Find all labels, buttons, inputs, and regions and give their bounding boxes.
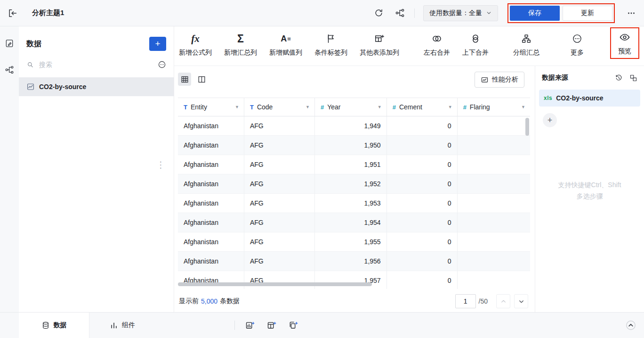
preview-button[interactable]: 预览 [615, 31, 634, 56]
column-dropdown-icon[interactable]: ▼ [521, 105, 525, 109]
data-volume-dropdown[interactable]: 使用数据量：全量 [423, 5, 498, 21]
number-type-icon: # [463, 104, 467, 111]
annotation-box-save-update: 保存 更新 [507, 3, 615, 23]
table-cell: 0 [387, 232, 458, 251]
toolbar-label: 上下合并 [462, 49, 489, 57]
column-header-code[interactable]: T Code ▼ [244, 98, 315, 116]
update-button[interactable]: 更新 [563, 6, 612, 21]
lineage-flow-icon[interactable] [395, 8, 405, 18]
add-table-component-icon[interactable] [267, 321, 276, 330]
blood-relation-icon[interactable] [5, 65, 14, 74]
number-type-icon: # [393, 104, 396, 111]
toolbar-add-summary-column[interactable]: Σ 新增汇总列 [224, 32, 257, 57]
sigma-icon: Σ [237, 32, 244, 45]
table-panel: 性能分析 T Entity ▼ T Code ▼ [174, 66, 535, 312]
refresh-steps-icon[interactable] [615, 74, 623, 82]
edit-theme-icon[interactable] [5, 39, 14, 48]
column-dropdown-icon[interactable]: ▼ [378, 105, 382, 109]
add-step-button[interactable]: + [543, 113, 557, 127]
bottombar-divider [234, 321, 235, 330]
table-row: AfghanistanAFG1,9500 [178, 136, 530, 155]
column-name: Year [327, 103, 340, 111]
exit-icon[interactable] [8, 8, 18, 18]
refresh-icon[interactable] [374, 8, 384, 18]
collapse-panel-button[interactable] [625, 320, 636, 331]
horizontal-scrollbar[interactable] [178, 282, 372, 286]
fx-icon: fx [191, 32, 200, 45]
data-source-title: 数据来源 [542, 74, 568, 82]
table-cell: 0 [387, 174, 458, 193]
search-options-icon[interactable] [158, 60, 166, 69]
table-cell: 1,949 [315, 116, 387, 135]
column-name: Code [257, 103, 273, 111]
hint-line-1: 支持快捷键Ctrl、Shift [535, 179, 644, 190]
add-copy-component-icon[interactable] [289, 321, 298, 330]
save-button[interactable]: 保存 [510, 6, 560, 21]
toolbar-condition-tag-column[interactable]: 条件标签列 [314, 32, 347, 57]
toolbar-merge-top-bottom[interactable]: 上下合并 [462, 32, 489, 57]
table-cell [458, 232, 530, 251]
page-up-button[interactable] [496, 294, 510, 308]
toolbar-label: 更多 [571, 49, 584, 57]
view-switcher [178, 73, 208, 86]
table-cell: AFG [244, 194, 315, 213]
performance-icon [481, 76, 489, 84]
toolbar-merge-left-right[interactable]: 左右合并 [424, 32, 450, 57]
column-name: Entity [191, 103, 207, 111]
column-dropdown-icon[interactable]: ▼ [448, 105, 452, 109]
page-number-input[interactable] [455, 294, 476, 308]
column-dropdown-icon[interactable]: ▼ [306, 105, 310, 109]
tab-component[interactable]: 组件 [89, 313, 155, 338]
grid-view-button[interactable] [178, 73, 191, 86]
topbar-divider [414, 8, 415, 18]
table-cell: 0 [387, 136, 458, 155]
table-body: AfghanistanAFG1,9490AfghanistanAFG1,9500… [178, 116, 530, 289]
column-name: Flaring [470, 103, 490, 111]
search-icon [26, 61, 34, 68]
toolbar-group-summary[interactable]: 分组汇总 [513, 32, 539, 57]
page-down-button[interactable] [514, 294, 528, 308]
column-header-entity[interactable]: T Entity ▼ [178, 98, 244, 116]
column-header-cement[interactable]: # Cement ▼ [387, 98, 458, 116]
toolbar-add-assign-column[interactable]: A≡ 新增赋值列 [269, 32, 302, 57]
toolbar-add-formula-column[interactable]: fx 新增公式列 [179, 32, 212, 57]
column-dropdown-icon[interactable]: ▼ [235, 105, 239, 109]
toolbar-more[interactable]: 更多 [564, 32, 590, 57]
card-view-button[interactable] [195, 73, 208, 86]
table-add-icon [374, 32, 385, 45]
sidebar-header: 数据 + [19, 26, 174, 58]
performance-analysis-button[interactable]: 性能分析 [475, 72, 524, 88]
vertical-scrollbar[interactable] [525, 118, 529, 136]
source-step-item[interactable]: xls CO2-by-source [539, 90, 640, 107]
top-bar: 分析主题1 使用数据量：全量 保存 更新 [0, 0, 644, 26]
steps-layout-icon[interactable] [629, 74, 637, 82]
table-cell: 0 [387, 252, 458, 271]
content-area: 性能分析 T Entity ▼ T Code ▼ [174, 66, 644, 312]
more-options-icon[interactable] [626, 8, 636, 18]
sidebar-resize-handle[interactable]: ⋮ [156, 159, 165, 170]
hint-line-2: 多选步骤 [535, 190, 644, 202]
toolbar-label: 新增赋值列 [269, 49, 302, 57]
plus-icon: + [155, 39, 160, 49]
search-input[interactable] [38, 60, 153, 69]
table-row: AfghanistanAFG1,9490 [178, 116, 530, 136]
flag-icon [326, 32, 336, 45]
group-summary-icon [521, 32, 531, 45]
table-cell [458, 271, 530, 289]
page-total: /50 [479, 297, 488, 305]
table-cell: Afghanistan [178, 116, 244, 135]
table-header: T Entity ▼ T Code ▼ # Year ▼ [178, 98, 530, 116]
column-header-year[interactable]: # Year ▼ [315, 98, 387, 116]
row-count-suffix: 条数据 [220, 297, 240, 305]
table-cell: Afghanistan [178, 271, 244, 289]
column-header-flaring[interactable]: # Flaring ▼ [458, 98, 530, 116]
data-table: T Entity ▼ T Code ▼ # Year ▼ [178, 98, 530, 289]
dataset-item[interactable]: CO2-by-source [19, 77, 174, 96]
data-volume-label: 使用数据量：全量 [429, 9, 482, 17]
toolbar-add-column-other-table[interactable]: 其他表添加列 [360, 32, 399, 57]
toolbar-label: 其他表添加列 [360, 49, 399, 57]
add-chart-component-icon[interactable] [245, 321, 255, 330]
add-data-button[interactable]: + [149, 37, 166, 51]
tab-data[interactable]: 数据 [19, 313, 89, 338]
row-count-value: 5,000 [201, 297, 217, 305]
